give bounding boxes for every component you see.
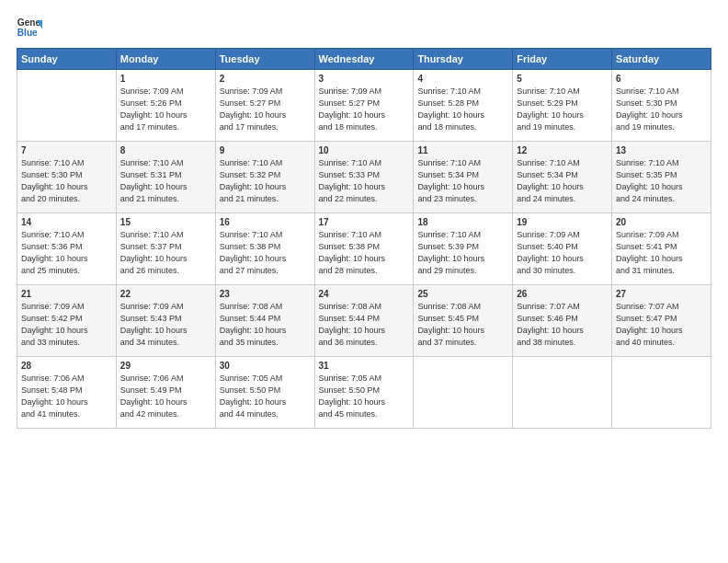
table-row: 19Sunrise: 7:09 AM Sunset: 5:40 PM Dayli… [513,213,612,285]
table-row: 29Sunrise: 7:06 AM Sunset: 5:49 PM Dayli… [116,357,215,429]
day-number: 19 [517,217,608,227]
day-number: 13 [616,145,707,155]
table-row: 4Sunrise: 7:10 AM Sunset: 5:28 PM Daylig… [414,70,513,142]
day-number: 7 [21,145,112,155]
table-row: 25Sunrise: 7:08 AM Sunset: 5:45 PM Dayli… [414,285,513,357]
col-header-monday: Monday [116,49,215,70]
table-row [513,357,612,429]
col-header-sunday: Sunday [17,49,117,70]
table-row: 18Sunrise: 7:10 AM Sunset: 5:39 PM Dayli… [414,213,513,285]
day-number: 20 [616,217,707,227]
col-header-friday: Friday [513,49,612,70]
table-row: 9Sunrise: 7:10 AM Sunset: 5:32 PM Daylig… [215,142,314,213]
table-row: 13Sunrise: 7:10 AM Sunset: 5:35 PM Dayli… [612,142,711,213]
cell-content: Sunrise: 7:06 AM Sunset: 5:48 PM Dayligh… [21,373,112,420]
table-row [17,70,117,142]
day-number: 6 [616,74,707,84]
cell-content: Sunrise: 7:09 AM Sunset: 5:26 PM Dayligh… [120,86,211,133]
table-row: 1Sunrise: 7:09 AM Sunset: 5:26 PM Daylig… [116,70,215,142]
table-row [612,357,711,429]
day-number: 24 [319,289,410,299]
day-number: 12 [517,145,608,155]
cell-content: Sunrise: 7:10 AM Sunset: 5:30 PM Dayligh… [616,86,707,133]
cell-content: Sunrise: 7:08 AM Sunset: 5:44 PM Dayligh… [319,301,410,349]
calendar-table: SundayMondayTuesdayWednesdayThursdayFrid… [17,48,711,429]
day-number: 26 [517,289,608,299]
table-row: 22Sunrise: 7:09 AM Sunset: 5:43 PM Dayli… [116,285,215,357]
day-number: 29 [120,361,211,371]
cell-content: Sunrise: 7:10 AM Sunset: 5:28 PM Dayligh… [417,86,508,133]
table-row: 3Sunrise: 7:09 AM Sunset: 5:27 PM Daylig… [314,70,414,142]
table-row: 6Sunrise: 7:10 AM Sunset: 5:30 PM Daylig… [612,70,711,142]
table-row: 20Sunrise: 7:09 AM Sunset: 5:41 PM Dayli… [612,213,711,285]
table-row: 12Sunrise: 7:10 AM Sunset: 5:34 PM Dayli… [513,142,612,213]
cell-content: Sunrise: 7:09 AM Sunset: 5:27 PM Dayligh… [319,86,410,133]
col-header-wednesday: Wednesday [314,49,414,70]
table-row: 28Sunrise: 7:06 AM Sunset: 5:48 PM Dayli… [17,357,117,429]
table-row: 24Sunrise: 7:08 AM Sunset: 5:44 PM Dayli… [314,285,414,357]
cell-content: Sunrise: 7:06 AM Sunset: 5:49 PM Dayligh… [120,373,211,420]
cell-content: Sunrise: 7:10 AM Sunset: 5:30 PM Dayligh… [21,157,112,205]
day-number: 31 [319,361,410,371]
cell-content: Sunrise: 7:10 AM Sunset: 5:32 PM Dayligh… [220,157,311,205]
day-number: 14 [21,217,112,227]
day-number: 17 [319,217,410,227]
cell-content: Sunrise: 7:10 AM Sunset: 5:34 PM Dayligh… [517,157,608,205]
calendar-page: General Blue SundayMondayTuesdayWednesda… [0,0,728,563]
col-header-tuesday: Tuesday [215,49,314,70]
table-row: 21Sunrise: 7:09 AM Sunset: 5:42 PM Dayli… [17,285,117,357]
day-number: 30 [220,361,311,371]
table-row: 23Sunrise: 7:08 AM Sunset: 5:44 PM Dayli… [215,285,314,357]
cell-content: Sunrise: 7:08 AM Sunset: 5:44 PM Dayligh… [220,301,311,349]
day-number: 8 [120,145,211,155]
cell-content: Sunrise: 7:10 AM Sunset: 5:37 PM Dayligh… [120,229,211,277]
cell-content: Sunrise: 7:09 AM Sunset: 5:41 PM Dayligh… [616,229,707,277]
table-row: 15Sunrise: 7:10 AM Sunset: 5:37 PM Dayli… [116,213,215,285]
logo: General Blue [17,15,44,40]
cell-content: Sunrise: 7:09 AM Sunset: 5:42 PM Dayligh… [21,301,112,349]
cell-content: Sunrise: 7:10 AM Sunset: 5:36 PM Dayligh… [21,229,112,277]
cell-content: Sunrise: 7:10 AM Sunset: 5:38 PM Dayligh… [319,229,410,277]
cell-content: Sunrise: 7:09 AM Sunset: 5:43 PM Dayligh… [120,301,211,349]
day-number: 27 [616,289,707,299]
day-number: 28 [21,361,112,371]
cell-content: Sunrise: 7:10 AM Sunset: 5:35 PM Dayligh… [616,157,707,205]
cell-content: Sunrise: 7:05 AM Sunset: 5:50 PM Dayligh… [220,373,311,420]
cell-content: Sunrise: 7:07 AM Sunset: 5:46 PM Dayligh… [517,301,608,349]
cell-content: Sunrise: 7:10 AM Sunset: 5:39 PM Dayligh… [417,229,508,277]
day-number: 1 [120,74,211,84]
table-row: 8Sunrise: 7:10 AM Sunset: 5:31 PM Daylig… [116,142,215,213]
day-number: 5 [517,74,608,84]
header: General Blue [17,15,711,40]
table-row: 16Sunrise: 7:10 AM Sunset: 5:38 PM Dayli… [215,213,314,285]
table-row: 17Sunrise: 7:10 AM Sunset: 5:38 PM Dayli… [314,213,414,285]
cell-content: Sunrise: 7:09 AM Sunset: 5:40 PM Dayligh… [517,229,608,277]
day-number: 21 [21,289,112,299]
table-row: 31Sunrise: 7:05 AM Sunset: 5:50 PM Dayli… [314,357,414,429]
col-header-thursday: Thursday [414,49,513,70]
cell-content: Sunrise: 7:08 AM Sunset: 5:45 PM Dayligh… [417,301,508,349]
day-number: 9 [220,145,311,155]
table-row: 5Sunrise: 7:10 AM Sunset: 5:29 PM Daylig… [513,70,612,142]
cell-content: Sunrise: 7:10 AM Sunset: 5:31 PM Dayligh… [120,157,211,205]
day-number: 4 [417,74,508,84]
table-row: 30Sunrise: 7:05 AM Sunset: 5:50 PM Dayli… [215,357,314,429]
day-number: 16 [220,217,311,227]
svg-text:Blue: Blue [17,28,38,38]
day-number: 3 [319,74,410,84]
table-row: 7Sunrise: 7:10 AM Sunset: 5:30 PM Daylig… [17,142,117,213]
col-header-saturday: Saturday [612,49,711,70]
cell-content: Sunrise: 7:10 AM Sunset: 5:29 PM Dayligh… [517,86,608,133]
cell-content: Sunrise: 7:10 AM Sunset: 5:33 PM Dayligh… [319,157,410,205]
day-number: 25 [417,289,508,299]
table-row: 27Sunrise: 7:07 AM Sunset: 5:47 PM Dayli… [612,285,711,357]
day-number: 10 [319,145,410,155]
day-number: 22 [120,289,211,299]
table-row: 10Sunrise: 7:10 AM Sunset: 5:33 PM Dayli… [314,142,414,213]
table-row: 2Sunrise: 7:09 AM Sunset: 5:27 PM Daylig… [215,70,314,142]
day-number: 2 [220,74,311,84]
day-number: 23 [220,289,311,299]
table-row: 26Sunrise: 7:07 AM Sunset: 5:46 PM Dayli… [513,285,612,357]
cell-content: Sunrise: 7:05 AM Sunset: 5:50 PM Dayligh… [319,373,410,420]
table-row: 11Sunrise: 7:10 AM Sunset: 5:34 PM Dayli… [414,142,513,213]
